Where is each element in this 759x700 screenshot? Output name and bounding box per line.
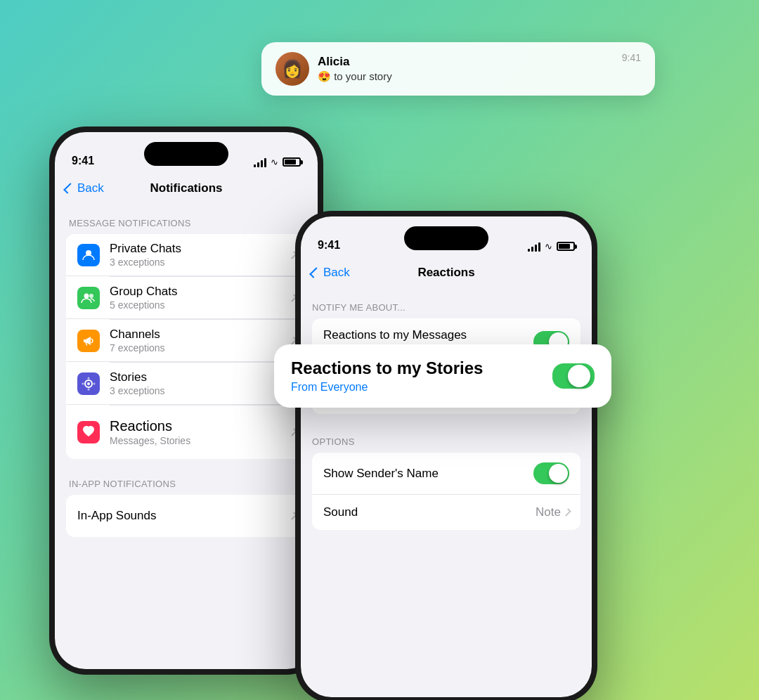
wifi-icon-right: ∿ bbox=[545, 241, 552, 252]
group-chats-title: Group Chats bbox=[110, 285, 281, 299]
toggle-knob bbox=[568, 365, 590, 387]
reactions-subtitle: Messages, Stories bbox=[110, 435, 281, 446]
dynamic-island-right bbox=[404, 226, 488, 250]
person-icon bbox=[82, 248, 96, 262]
stories-svg-icon bbox=[82, 377, 96, 391]
signal-bar-4 bbox=[264, 158, 266, 167]
right-phone-screen: 9:41 ∿ Back Reactions bbox=[301, 216, 592, 697]
reaction-emoji: 😍 bbox=[318, 70, 331, 82]
megaphone-icon bbox=[82, 334, 96, 348]
wifi-icon-left: ∿ bbox=[271, 157, 278, 167]
signal-bar-3 bbox=[261, 160, 263, 167]
reactions-messages-title: Reactions to my Messages bbox=[323, 328, 533, 342]
list-item[interactable]: Sound Note bbox=[312, 495, 580, 530]
svg-point-5 bbox=[88, 377, 90, 379]
nav-bar-right: Back Reactions bbox=[301, 257, 592, 288]
settings-list-messages: Private Chats 3 exceptions bbox=[66, 234, 306, 459]
battery-fill-left bbox=[285, 160, 296, 164]
chevron-left-icon-right bbox=[309, 267, 320, 278]
list-item[interactable]: Channels 7 exceptions bbox=[66, 320, 306, 362]
private-chats-subtitle: 3 exceptions bbox=[110, 257, 281, 268]
notification-banner: 👩 Alicia 😍 to your story 9:41 bbox=[261, 42, 655, 96]
status-time-right: 9:41 bbox=[318, 239, 340, 252]
notification-avatar: 👩 bbox=[275, 52, 309, 86]
svg-point-6 bbox=[88, 388, 90, 390]
inapp-sounds-content: In-App Sounds bbox=[77, 509, 281, 523]
show-sender-toggle[interactable] bbox=[533, 462, 569, 484]
inapp-sounds-title: In-App Sounds bbox=[77, 509, 281, 523]
chevron-left-icon bbox=[63, 183, 74, 194]
back-button-left[interactable]: Back bbox=[66, 181, 104, 195]
show-sender-title: Show Sender's Name bbox=[323, 467, 533, 481]
channels-content: Channels 7 exceptions bbox=[110, 328, 281, 354]
phone-right: 9:41 ∿ Back Reactions bbox=[295, 211, 597, 700]
stories-card-sub: From Everyone bbox=[291, 381, 483, 394]
channels-subtitle: 7 exceptions bbox=[110, 342, 281, 354]
heart-icon bbox=[82, 425, 96, 439]
back-label-left: Back bbox=[77, 181, 104, 195]
svg-point-2 bbox=[89, 294, 93, 298]
private-chats-content: Private Chats 3 exceptions bbox=[110, 242, 281, 268]
list-item[interactable]: In-App Sounds bbox=[66, 495, 306, 537]
sound-title: Sound bbox=[323, 505, 536, 519]
nav-title-left: Notifications bbox=[150, 181, 223, 195]
stories-reactions-card: Reactions to my Stories From Everyone bbox=[274, 344, 611, 408]
list-item[interactable]: Group Chats 5 exceptions bbox=[66, 277, 306, 319]
sound-value: Note bbox=[536, 505, 561, 519]
dynamic-island-left bbox=[144, 142, 228, 166]
svg-point-1 bbox=[84, 293, 89, 298]
chevron-right-sound bbox=[563, 508, 571, 516]
list-item[interactable]: Reactions Messages, Stories bbox=[66, 406, 306, 459]
signal-bar-3 bbox=[535, 245, 537, 252]
stories-content: Stories 3 exceptions bbox=[110, 370, 281, 396]
notification-content: Alicia 😍 to your story bbox=[318, 55, 614, 83]
stories-card-toggle[interactable] bbox=[552, 363, 595, 389]
inapp-list: In-App Sounds bbox=[66, 495, 306, 537]
list-item[interactable]: Private Chats 3 exceptions bbox=[66, 234, 306, 276]
signal-bar-2 bbox=[531, 247, 533, 252]
group-chats-subtitle: 5 exceptions bbox=[110, 299, 281, 311]
private-chats-title: Private Chats bbox=[110, 242, 281, 256]
status-icons-right: ∿ bbox=[528, 241, 575, 252]
signal-bar-2 bbox=[257, 162, 259, 167]
battery-fill-right bbox=[559, 244, 570, 249]
group-chats-icon bbox=[77, 287, 100, 309]
reactions-icon bbox=[77, 421, 100, 443]
stories-icon bbox=[77, 372, 100, 395]
channels-icon bbox=[77, 330, 100, 352]
nav-bar-left: Back Notifications bbox=[55, 173, 318, 204]
notification-text: to your story bbox=[334, 70, 392, 82]
stories-card-title: Reactions to my Stories bbox=[291, 358, 483, 378]
svg-point-8 bbox=[93, 382, 96, 384]
section-header-messages: MESSAGE NOTIFICATIONS bbox=[55, 204, 318, 234]
stories-card-content: Reactions to my Stories From Everyone bbox=[291, 358, 483, 394]
signal-bars-right bbox=[528, 242, 540, 252]
private-chats-icon bbox=[77, 244, 100, 266]
signal-bars-left bbox=[254, 157, 266, 167]
section-header-inapp: IN-APP NOTIFICATIONS bbox=[55, 465, 318, 495]
battery-icon-left bbox=[283, 157, 301, 167]
group-chats-content: Group Chats 5 exceptions bbox=[110, 285, 281, 311]
list-item[interactable]: Show Sender's Name bbox=[312, 453, 580, 495]
svg-point-4 bbox=[87, 382, 90, 385]
group-icon bbox=[81, 292, 96, 304]
signal-bar-1 bbox=[528, 249, 530, 252]
stories-title: Stories bbox=[110, 370, 281, 384]
stories-subtitle: 3 exceptions bbox=[110, 385, 281, 396]
reactions-content: Reactions Messages, Stories bbox=[110, 418, 281, 446]
list-item[interactable]: Stories 3 exceptions bbox=[66, 363, 306, 405]
signal-bar-4 bbox=[538, 242, 540, 252]
options-list: Show Sender's Name Sound Note bbox=[312, 453, 580, 530]
back-button-right[interactable]: Back bbox=[312, 266, 350, 280]
options-section-header: OPTIONS bbox=[301, 425, 592, 453]
channels-title: Channels bbox=[110, 328, 281, 342]
notification-name: Alicia bbox=[318, 55, 614, 69]
battery-icon-right bbox=[557, 242, 575, 251]
notify-section-header: NOTIFY ME ABOUT... bbox=[301, 288, 592, 318]
svg-point-7 bbox=[82, 382, 84, 384]
back-label-right: Back bbox=[323, 266, 350, 280]
nav-title-right: Reactions bbox=[417, 266, 474, 280]
status-time-left: 9:41 bbox=[72, 155, 94, 167]
signal-bar-1 bbox=[254, 164, 256, 167]
reactions-title: Reactions bbox=[110, 418, 281, 434]
